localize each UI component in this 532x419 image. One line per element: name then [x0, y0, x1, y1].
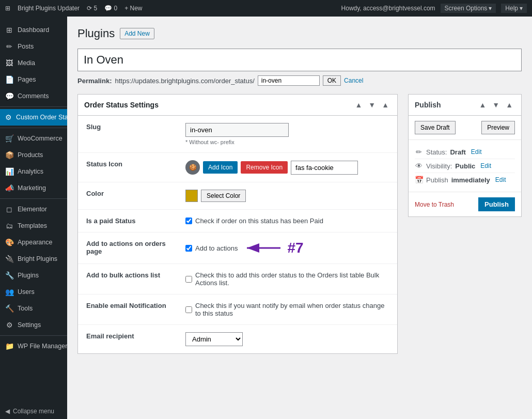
sidebar-item-comments[interactable]: 💬 Comments: [0, 88, 67, 104]
sidebar-item-label: Posts: [18, 43, 34, 50]
remove-icon-button[interactable]: Remove Icon: [241, 161, 288, 174]
sidebar-item-analytics[interactable]: 📊 Analytics: [0, 163, 67, 180]
sidebar-item-users[interactable]: 👥 Users: [0, 284, 67, 300]
sidebar-item-plugins[interactable]: 🔧 Plugins: [0, 267, 67, 284]
site-name[interactable]: Bright Plugins Updater: [18, 5, 80, 12]
sidebar-item-tools[interactable]: 🔨 Tools: [0, 300, 67, 317]
visibility-edit-link[interactable]: Edit: [480, 162, 491, 169]
publish-header-controls: ▲ ▼ ▲: [477, 100, 515, 110]
bulk-actions-cell: Check this to add this order status to t…: [181, 264, 397, 294]
move-to-trash-wrap: Move to Trash Publish: [409, 192, 521, 216]
status-edit-link[interactable]: Edit: [471, 148, 482, 156]
publish-drag-button[interactable]: ▲: [504, 100, 515, 110]
products-icon: 📦: [5, 151, 13, 159]
menu-divider: [0, 335, 67, 336]
select-color-button[interactable]: Select Color: [201, 190, 246, 202]
sidebar-item-products[interactable]: 📦 Products: [0, 147, 67, 163]
email-checkbox[interactable]: [185, 306, 192, 313]
main-content: Plugins Add New Permalink: https://updat…: [67, 17, 532, 419]
permalink-cancel-link[interactable]: Cancel: [344, 77, 363, 84]
page-header: Plugins Add New: [77, 27, 522, 40]
email-recipient-select[interactable]: Admin Customer Both: [185, 332, 243, 346]
slug-label: Slug: [78, 116, 181, 153]
paid-checkbox-row: Check if order on this status has been P…: [185, 217, 389, 225]
color-cell: Select Color: [181, 182, 397, 210]
updates-count[interactable]: ⟳ 5: [87, 5, 97, 12]
sidebar-item-appearance[interactable]: 🎨 Appearance: [0, 234, 67, 251]
permalink-base: https://updates.brightplugins.com/order_…: [115, 77, 254, 85]
slug-hint: * Without wc- prefix: [185, 139, 389, 145]
sidebar-item-pages[interactable]: 📄 Pages: [0, 71, 67, 88]
icon-text-input[interactable]: [291, 161, 358, 175]
cookie-icon: 🍪: [189, 164, 197, 171]
new-content-btn[interactable]: + New: [124, 5, 142, 12]
media-icon: 🖼: [5, 59, 13, 67]
move-to-trash-link[interactable]: Move to Trash: [415, 201, 454, 208]
metabox-header: Order Status Settings ▲ ▼ ▲: [78, 95, 397, 116]
sidebar-item-elementor[interactable]: ◻ Elementor: [0, 201, 67, 218]
calendar-icon: 📅: [415, 176, 423, 184]
sidebar-item-wp-file-manager[interactable]: 📁 WP File Manager: [0, 338, 67, 354]
sidebar-item-label: WP File Manager: [18, 343, 67, 350]
templates-icon: 🗂: [5, 222, 13, 230]
email-notification-label: Enable email Notification: [78, 294, 181, 325]
save-draft-button[interactable]: Save Draft: [415, 121, 456, 134]
sidebar-item-marketing[interactable]: 📣 Marketing: [0, 180, 67, 196]
menu-divider: [0, 198, 67, 199]
bulk-checkbox[interactable]: [185, 276, 192, 283]
slug-row: Slug * Without wc- prefix: [78, 116, 397, 153]
status-icon-row: Status Icon 🍪 Add Icon Remove Icon: [78, 153, 397, 182]
permalink-ok-button[interactable]: OK: [323, 75, 341, 86]
publish-button[interactable]: Publish: [478, 197, 515, 211]
metabox-controls: ▲ ▼ ▲: [353, 100, 391, 110]
annotation-arrow: [242, 240, 283, 256]
actions-checkbox-label: Add to actions: [195, 244, 238, 252]
add-icon-button[interactable]: Add Icon: [203, 161, 238, 174]
sidebar-item-dashboard[interactable]: ⊞ Dashboard: [0, 22, 67, 38]
arrow-svg: [242, 240, 283, 256]
dashboard-icon: ⊞: [5, 26, 13, 34]
content-sidebar-wrap: Order Status Settings ▲ ▼ ▲ Slug: [77, 94, 522, 362]
publish-timing-edit-link[interactable]: Edit: [495, 176, 506, 183]
preview-button[interactable]: Preview: [481, 121, 515, 134]
add-new-button[interactable]: Add New: [120, 28, 154, 39]
publish-title: Publish: [415, 101, 441, 109]
collapse-menu-button[interactable]: ◀ Collapse menu: [0, 404, 67, 419]
sidebar-item-custom-order-statuses[interactable]: ⚙ Custom Order Statuses: [0, 109, 67, 126]
woocommerce-icon: 🛒: [5, 134, 13, 143]
sidebar-item-label: Dashboard: [18, 26, 49, 34]
email-recipient-label: Email recipient: [78, 325, 181, 354]
visibility-label: Visibility:: [426, 162, 452, 170]
metabox-collapse-up-button[interactable]: ▲: [353, 100, 364, 110]
sidebar-item-woocommerce[interactable]: 🛒 WooCommerce: [0, 130, 67, 147]
bright-plugins-icon: 🔌: [5, 255, 13, 263]
appearance-icon: 🎨: [5, 238, 13, 246]
color-label: Color: [78, 182, 181, 210]
help-button[interactable]: Help ▾: [501, 4, 527, 13]
sidebar-item-templates[interactable]: 🗂 Templates: [0, 218, 67, 234]
sidebar-item-label: Elementor: [18, 206, 47, 213]
post-title-input[interactable]: [77, 49, 522, 71]
main-area: Order Status Settings ▲ ▼ ▲ Slug: [77, 94, 398, 362]
permalink-slug-input[interactable]: [258, 75, 320, 86]
sidebar-item-posts[interactable]: ✏ Posts: [0, 38, 67, 55]
annotation-wrap: Add to actions: [185, 240, 389, 256]
wp-logo-icon[interactable]: ⊞: [5, 5, 10, 12]
sidebar-item-label: Bright Plugins: [18, 255, 57, 262]
actions-checkbox[interactable]: [185, 245, 192, 252]
wp-file-manager-icon: 📁: [5, 342, 13, 350]
sidebar-item-settings[interactable]: ⚙ Settings: [0, 317, 67, 333]
paid-checkbox[interactable]: [185, 218, 192, 224]
sidebar-item-media[interactable]: 🖼 Media: [0, 55, 67, 71]
comments-count[interactable]: 💬 0: [104, 5, 117, 12]
visibility-row: 👁 Visibility: Public Edit: [415, 159, 515, 173]
sidebar-item-bright-plugins[interactable]: 🔌 Bright Plugins: [0, 251, 67, 267]
screen-options-button[interactable]: Screen Options ▾: [441, 4, 496, 13]
color-swatch[interactable]: [185, 190, 198, 202]
metabox-drag-button[interactable]: ▲: [380, 100, 391, 110]
metabox-collapse-down-button[interactable]: ▼: [366, 100, 378, 110]
publish-collapse-down-button[interactable]: ▼: [490, 100, 502, 110]
publish-collapse-up-button[interactable]: ▲: [477, 100, 488, 110]
slug-input[interactable]: [185, 123, 289, 137]
email-checkbox-label: Check this if you want notify by email w…: [195, 302, 389, 317]
